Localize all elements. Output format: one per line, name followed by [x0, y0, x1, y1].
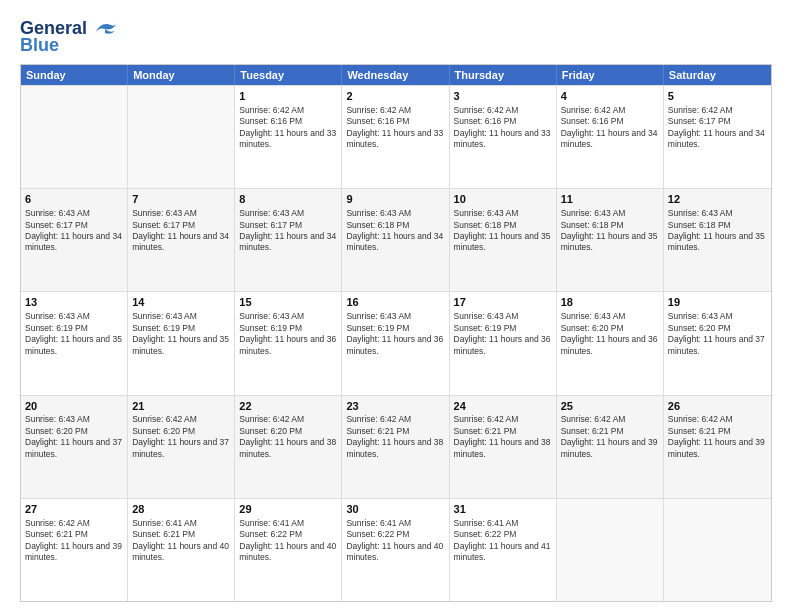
daylight-text: Daylight: 11 hours and 37 minutes.: [25, 437, 122, 458]
sunset-text: Sunset: 6:20 PM: [668, 323, 731, 333]
daylight-text: Daylight: 11 hours and 34 minutes.: [25, 231, 122, 252]
day-number: 24: [454, 399, 552, 414]
calendar-cell: 9Sunrise: 6:43 AMSunset: 6:18 PMDaylight…: [342, 189, 449, 291]
day-number: 12: [668, 192, 767, 207]
sunset-text: Sunset: 6:18 PM: [561, 220, 624, 230]
sunrise-text: Sunrise: 6:42 AM: [239, 414, 304, 424]
calendar-cell: 14Sunrise: 6:43 AMSunset: 6:19 PMDayligh…: [128, 292, 235, 394]
sunrise-text: Sunrise: 6:43 AM: [132, 208, 197, 218]
sunset-text: Sunset: 6:19 PM: [454, 323, 517, 333]
header-day-monday: Monday: [128, 65, 235, 85]
daylight-text: Daylight: 11 hours and 39 minutes.: [561, 437, 658, 458]
calendar-row-1: 1Sunrise: 6:42 AMSunset: 6:16 PMDaylight…: [21, 85, 771, 188]
logo-blue: Blue: [20, 35, 59, 56]
calendar-cell: 11Sunrise: 6:43 AMSunset: 6:18 PMDayligh…: [557, 189, 664, 291]
sunrise-text: Sunrise: 6:43 AM: [561, 311, 626, 321]
sunrise-text: Sunrise: 6:42 AM: [454, 105, 519, 115]
sunrise-text: Sunrise: 6:43 AM: [25, 208, 90, 218]
calendar-cell: 7Sunrise: 6:43 AMSunset: 6:17 PMDaylight…: [128, 189, 235, 291]
calendar-row-2: 6Sunrise: 6:43 AMSunset: 6:17 PMDaylight…: [21, 188, 771, 291]
daylight-text: Daylight: 11 hours and 38 minutes.: [239, 437, 336, 458]
daylight-text: Daylight: 11 hours and 39 minutes.: [668, 437, 765, 458]
sunset-text: Sunset: 6:21 PM: [561, 426, 624, 436]
calendar-row-3: 13Sunrise: 6:43 AMSunset: 6:19 PMDayligh…: [21, 291, 771, 394]
sunrise-text: Sunrise: 6:42 AM: [668, 105, 733, 115]
day-number: 27: [25, 502, 123, 517]
day-number: 3: [454, 89, 552, 104]
header-day-tuesday: Tuesday: [235, 65, 342, 85]
sunrise-text: Sunrise: 6:42 AM: [668, 414, 733, 424]
header-day-wednesday: Wednesday: [342, 65, 449, 85]
sunset-text: Sunset: 6:16 PM: [239, 116, 302, 126]
calendar-cell: 18Sunrise: 6:43 AMSunset: 6:20 PMDayligh…: [557, 292, 664, 394]
daylight-text: Daylight: 11 hours and 34 minutes.: [132, 231, 229, 252]
header-day-thursday: Thursday: [450, 65, 557, 85]
sunset-text: Sunset: 6:21 PM: [25, 529, 88, 539]
logo-bird-icon: [91, 19, 119, 39]
day-number: 4: [561, 89, 659, 104]
sunset-text: Sunset: 6:19 PM: [132, 323, 195, 333]
day-number: 2: [346, 89, 444, 104]
sunrise-text: Sunrise: 6:43 AM: [346, 208, 411, 218]
calendar-header: SundayMondayTuesdayWednesdayThursdayFrid…: [21, 65, 771, 85]
calendar-cell: 5Sunrise: 6:42 AMSunset: 6:17 PMDaylight…: [664, 86, 771, 188]
sunrise-text: Sunrise: 6:42 AM: [346, 105, 411, 115]
sunset-text: Sunset: 6:19 PM: [239, 323, 302, 333]
sunset-text: Sunset: 6:17 PM: [25, 220, 88, 230]
calendar-cell: 10Sunrise: 6:43 AMSunset: 6:18 PMDayligh…: [450, 189, 557, 291]
daylight-text: Daylight: 11 hours and 35 minutes.: [132, 334, 229, 355]
calendar-cell: 4Sunrise: 6:42 AMSunset: 6:16 PMDaylight…: [557, 86, 664, 188]
header: General Blue: [20, 18, 772, 56]
sunrise-text: Sunrise: 6:43 AM: [668, 208, 733, 218]
sunrise-text: Sunrise: 6:43 AM: [239, 311, 304, 321]
calendar-cell: 24Sunrise: 6:42 AMSunset: 6:21 PMDayligh…: [450, 396, 557, 498]
day-number: 22: [239, 399, 337, 414]
daylight-text: Daylight: 11 hours and 35 minutes.: [668, 231, 765, 252]
calendar-cell: 26Sunrise: 6:42 AMSunset: 6:21 PMDayligh…: [664, 396, 771, 498]
sunset-text: Sunset: 6:19 PM: [346, 323, 409, 333]
sunset-text: Sunset: 6:20 PM: [25, 426, 88, 436]
sunset-text: Sunset: 6:18 PM: [346, 220, 409, 230]
day-number: 28: [132, 502, 230, 517]
sunrise-text: Sunrise: 6:43 AM: [346, 311, 411, 321]
daylight-text: Daylight: 11 hours and 36 minutes.: [239, 334, 336, 355]
day-number: 21: [132, 399, 230, 414]
calendar-cell: 15Sunrise: 6:43 AMSunset: 6:19 PMDayligh…: [235, 292, 342, 394]
daylight-text: Daylight: 11 hours and 36 minutes.: [561, 334, 658, 355]
calendar-cell: 13Sunrise: 6:43 AMSunset: 6:19 PMDayligh…: [21, 292, 128, 394]
sunset-text: Sunset: 6:21 PM: [668, 426, 731, 436]
calendar-cell: [557, 499, 664, 601]
calendar-cell: 2Sunrise: 6:42 AMSunset: 6:16 PMDaylight…: [342, 86, 449, 188]
daylight-text: Daylight: 11 hours and 36 minutes.: [346, 334, 443, 355]
sunrise-text: Sunrise: 6:42 AM: [561, 414, 626, 424]
daylight-text: Daylight: 11 hours and 34 minutes.: [561, 128, 658, 149]
sunrise-text: Sunrise: 6:42 AM: [25, 518, 90, 528]
daylight-text: Daylight: 11 hours and 38 minutes.: [346, 437, 443, 458]
sunrise-text: Sunrise: 6:41 AM: [132, 518, 197, 528]
daylight-text: Daylight: 11 hours and 40 minutes.: [239, 541, 336, 562]
day-number: 8: [239, 192, 337, 207]
calendar-cell: 6Sunrise: 6:43 AMSunset: 6:17 PMDaylight…: [21, 189, 128, 291]
day-number: 29: [239, 502, 337, 517]
sunset-text: Sunset: 6:17 PM: [239, 220, 302, 230]
sunrise-text: Sunrise: 6:43 AM: [25, 414, 90, 424]
logo: General Blue: [20, 18, 119, 56]
daylight-text: Daylight: 11 hours and 41 minutes.: [454, 541, 551, 562]
calendar-cell: 23Sunrise: 6:42 AMSunset: 6:21 PMDayligh…: [342, 396, 449, 498]
sunrise-text: Sunrise: 6:41 AM: [454, 518, 519, 528]
calendar-cell: 3Sunrise: 6:42 AMSunset: 6:16 PMDaylight…: [450, 86, 557, 188]
day-number: 11: [561, 192, 659, 207]
header-day-friday: Friday: [557, 65, 664, 85]
sunrise-text: Sunrise: 6:43 AM: [454, 208, 519, 218]
calendar-cell: 19Sunrise: 6:43 AMSunset: 6:20 PMDayligh…: [664, 292, 771, 394]
daylight-text: Daylight: 11 hours and 34 minutes.: [668, 128, 765, 149]
daylight-text: Daylight: 11 hours and 39 minutes.: [25, 541, 122, 562]
calendar-cell: 31Sunrise: 6:41 AMSunset: 6:22 PMDayligh…: [450, 499, 557, 601]
header-day-saturday: Saturday: [664, 65, 771, 85]
sunrise-text: Sunrise: 6:43 AM: [239, 208, 304, 218]
sunset-text: Sunset: 6:20 PM: [561, 323, 624, 333]
sunset-text: Sunset: 6:22 PM: [346, 529, 409, 539]
sunrise-text: Sunrise: 6:42 AM: [132, 414, 197, 424]
sunset-text: Sunset: 6:16 PM: [346, 116, 409, 126]
day-number: 10: [454, 192, 552, 207]
